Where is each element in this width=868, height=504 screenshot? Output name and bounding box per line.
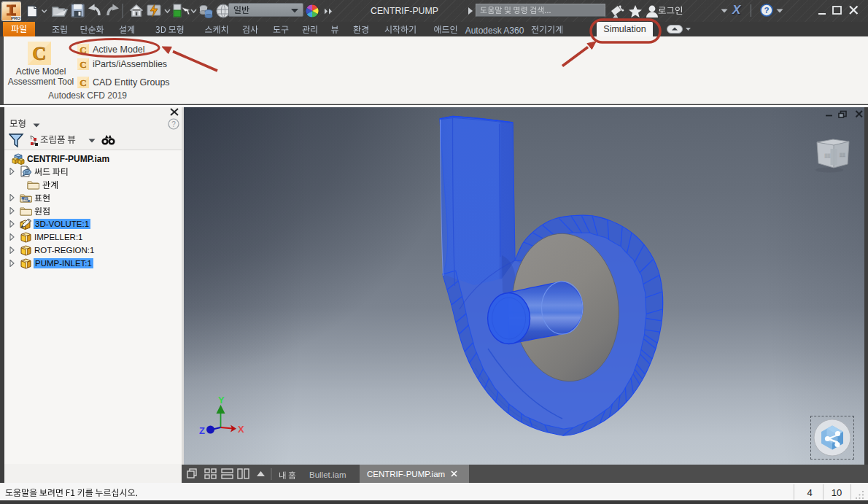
svg-text:PRO: PRO: [11, 16, 20, 20]
svg-text:C: C: [33, 43, 47, 64]
svg-text:X: X: [238, 424, 244, 435]
svg-text:?: ?: [764, 6, 769, 15]
svg-text:C: C: [80, 44, 86, 55]
svg-text:C: C: [80, 77, 86, 88]
svg-text:Z: Z: [199, 425, 205, 436]
svg-text:?: ?: [171, 120, 176, 128]
svg-text:Y: Y: [218, 396, 225, 406]
svg-text:C: C: [80, 58, 86, 69]
